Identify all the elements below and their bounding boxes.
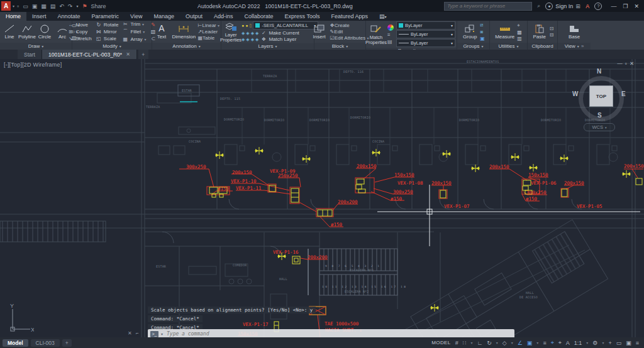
tab-express-tools[interactable]: Express Tools [279, 12, 326, 21]
insert-block-button[interactable]: Insert [311, 23, 328, 40]
annotation-monitor-icon[interactable]: + [608, 340, 611, 346]
viewcube-south[interactable]: S [597, 112, 602, 119]
match-properties-button[interactable]: Match Properties [367, 24, 385, 45]
store-icon[interactable]: ⊞ [575, 3, 580, 9]
layout-tab-cli-003[interactable]: CLI-003 [31, 339, 60, 347]
clipboard-panel-footer[interactable]: Clipboard [528, 43, 557, 50]
model-space-indicator[interactable]: MODEL [431, 340, 450, 345]
lineweight-dropdown[interactable]: ByLayer▾ [396, 30, 455, 38]
new-layout-button[interactable]: + [62, 339, 72, 347]
edit-attributes-button[interactable]: ☑Edit Attributes ▾ [330, 35, 369, 41]
osnap-icon[interactable]: ▣ [527, 340, 533, 346]
paste-button[interactable]: Paste [531, 23, 548, 40]
share-button[interactable]: Share [91, 3, 106, 9]
lineweight-toggle-icon[interactable]: ≡ [543, 340, 546, 346]
view-panel-footer[interactable]: View▾» [558, 43, 591, 50]
leader-tool[interactable]: ↗Leader [198, 29, 219, 35]
autocad-logo-icon[interactable]: A [1, 1, 11, 11]
restore-icon[interactable]: ❐ [623, 3, 628, 9]
layer-freeze-icon[interactable]: ● [245, 23, 248, 28]
sign-in-button[interactable]: Sign In [555, 3, 573, 9]
dimension-tool[interactable]: Dimension [173, 23, 195, 40]
quick-calc-icon[interactable]: ▩ [517, 30, 522, 35]
ortho-toggle-icon[interactable]: ∟ [477, 340, 482, 346]
model-space-canvas[interactable]: 9 8 7 6 5 4 3 2 1 10 11 12 13 14 15 16 1… [0, 59, 644, 337]
new-icon[interactable]: ▫ [17, 3, 19, 9]
search-icon[interactable]: ⌕ [537, 3, 540, 9]
viewcube-north[interactable]: N [597, 68, 601, 75]
command-bar[interactable]: >_ ▾ [148, 329, 514, 337]
color-dropdown[interactable]: ByLayer▾ [396, 21, 455, 30]
tab-addins[interactable]: Add-ins [208, 12, 239, 21]
viewport-visual-style-control[interactable]: [2D Wireframe] [22, 62, 62, 68]
command-input[interactable] [165, 330, 512, 337]
isodraft-icon[interactable]: ◇ [502, 340, 507, 346]
start-tab[interactable]: Start [18, 50, 42, 59]
text-tool[interactable]: A Text [153, 23, 170, 40]
color-wheel-icon[interactable] [387, 24, 394, 31]
layer-dropdown[interactable]: -SEIS_ALCANTARILL ▾ [253, 21, 318, 30]
app-menu-chevron-icon[interactable]: ▾ [13, 4, 14, 8]
command-customize-icon[interactable]: ⌐ [136, 330, 139, 336]
quick-select-icon[interactable]: ⌖ [517, 23, 522, 29]
stretch-tool[interactable]: ↘Stretch [67, 36, 91, 41]
base-view-button[interactable]: Base [566, 23, 582, 40]
linear-dimension-tool[interactable]: ⊢Linear ▾ [198, 23, 219, 28]
drawing-minimize-icon[interactable]: — [617, 60, 625, 67]
polar-tracking-icon[interactable]: ↻ [487, 340, 492, 346]
layer-on-icon[interactable]: ● [242, 23, 244, 28]
array-tool[interactable]: ▦Array ▾ [122, 36, 146, 42]
tab-view[interactable]: View [125, 12, 148, 21]
edit-block-button[interactable]: ✎Edit [330, 29, 369, 35]
linetype-icon[interactable]: ▤ [387, 39, 394, 45]
redo-icon[interactable]: ↷ [68, 3, 73, 9]
viewport-controls[interactable]: [-][Top][2D Wireframe] [4, 62, 62, 68]
graphics-performance-icon[interactable]: ▣ [626, 340, 631, 346]
viewcube[interactable]: N W E S TOP WCS▾ [574, 69, 626, 132]
create-block-button[interactable]: ❖Create [330, 23, 369, 28]
utilities-panel-footer[interactable]: Utilities▾ [490, 43, 527, 50]
scale-tool[interactable]: ◱Scale [96, 36, 119, 41]
tab-insert[interactable]: Insert [26, 12, 52, 21]
plot-icon[interactable]: ▤ [50, 3, 56, 9]
group-edit-icon[interactable]: ⧆ [480, 29, 485, 35]
cut-clip-icon[interactable]: ⊟ [550, 32, 554, 38]
group-button[interactable]: Group [462, 23, 478, 40]
move-tool[interactable]: ↔Move [67, 22, 91, 28]
viewcube-west[interactable]: W [572, 90, 578, 97]
tab-annotate[interactable]: Annotate [52, 12, 86, 21]
new-tab-button[interactable]: + [138, 50, 148, 59]
table-tool[interactable]: ▦Table [198, 35, 219, 41]
isolate-objects-icon[interactable]: ▭ [616, 340, 622, 346]
search-input[interactable] [444, 2, 532, 11]
drawing-close-icon[interactable]: ✕ [630, 60, 636, 67]
fillet-tool[interactable]: ⌒Fillet ▾ [122, 28, 146, 35]
line-tool[interactable]: Line [1, 23, 18, 40]
match-layer-button[interactable]: ◈ ◈ ◈ ◈ ❖Match Layer [242, 36, 318, 42]
lineweight-icon[interactable]: ≡ [387, 32, 394, 38]
open-icon[interactable]: ▭ [23, 3, 28, 9]
annotation-scale-control[interactable]: 1:1 [574, 340, 582, 346]
trim-tool[interactable]: ✂Trim ▾ [122, 21, 146, 27]
help-icon[interactable]: ? [594, 3, 602, 10]
polyline-tool[interactable]: Polyline [19, 23, 35, 40]
autoscale-icon[interactable]: ⌖ [558, 339, 562, 346]
ungroup-icon[interactable]: ⧄ [480, 22, 485, 28]
save-icon[interactable]: ▣ [32, 3, 38, 9]
model-tab[interactable]: Model [3, 339, 28, 347]
autodesk-app-icon[interactable]: A [586, 3, 590, 9]
tab-featured-apps[interactable]: Featured Apps [325, 12, 374, 21]
tab-manage[interactable]: Manage [148, 12, 180, 21]
modify-panel-footer[interactable]: Modify▾ [72, 43, 152, 50]
customization-menu-icon[interactable]: ≡ [636, 340, 639, 346]
grid-toggle-icon[interactable]: # [455, 340, 458, 346]
tab-home[interactable]: Home [0, 12, 26, 21]
linetype-dropdown[interactable]: ByLayer▾ [396, 39, 455, 47]
close-icon[interactable]: ✕ [634, 3, 639, 9]
undo-icon[interactable]: ↶ [59, 3, 64, 9]
command-close-icon[interactable]: ✕ [128, 330, 132, 336]
annotation-icon[interactable]: A [566, 340, 570, 346]
osnap-tracking-icon[interactable]: ∠ [518, 340, 523, 346]
rotate-tool[interactable]: ↻Rotate [96, 22, 119, 28]
tab-output[interactable]: Output [180, 12, 208, 21]
